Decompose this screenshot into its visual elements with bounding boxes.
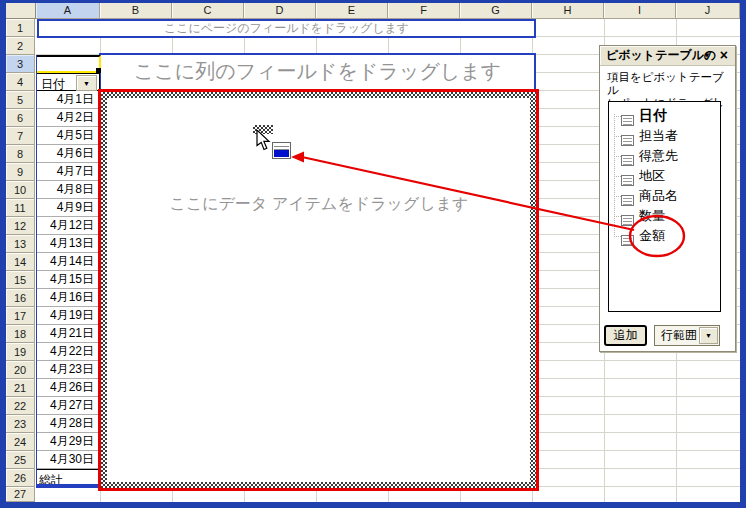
row-header-14[interactable]: 14 [6,253,35,271]
tree-stub [614,156,621,157]
row-header-21[interactable]: 21 [6,379,35,397]
close-icon[interactable]: × [720,47,728,63]
row-header-12[interactable]: 12 [6,217,35,235]
pivot-row-item-cell[interactable]: 4月26日 [36,379,100,397]
panel-title: ピボットテーブルの [606,47,716,64]
row-header-18[interactable]: 18 [6,325,35,343]
row-header-1[interactable]: 1 [6,19,35,37]
pivot-row-item-cell[interactable]: 4月23日 [36,361,100,379]
row-header-2[interactable]: 2 [6,37,35,55]
column-header-h[interactable]: H [532,2,604,19]
row-header-13[interactable]: 13 [6,235,35,253]
column-header-strip: ABCDEFGHIJ [36,2,740,19]
pivot-row-item-cell[interactable]: 4月16日 [36,289,100,307]
pivot-bottom-border [36,484,100,488]
data-area-prompt: ここにデータ アイテムをドラッグします [107,194,531,215]
column-header-g[interactable]: G [460,2,532,19]
field-icon [621,235,634,246]
row-header-9[interactable]: 9 [6,163,35,181]
pivot-row-item-cell[interactable]: 4月2日 [36,109,100,127]
window-border-top [0,0,746,3]
row-header-5[interactable]: 5 [6,91,35,109]
field-icon [621,115,634,126]
row-header-23[interactable]: 23 [6,415,35,433]
column-header-a[interactable]: A [36,2,100,19]
pivot-row-item-cell[interactable]: 4月28日 [36,415,100,433]
area-select-dropdown[interactable]: 行範囲 ▼ [654,325,720,346]
field-list-box: 日付担当者得意先地区商品名数量金額 [608,101,721,312]
field-label: 数量 [639,206,665,226]
active-cell-a3[interactable] [37,55,101,73]
pivot-row-item-cell[interactable]: 4月19日 [36,307,100,325]
panel-instructions-line1: 項目をピボットテーブル [607,71,735,97]
row-header-19[interactable]: 19 [6,343,35,361]
area-select-chevron-button[interactable]: ▼ [699,327,718,344]
row-header-8[interactable]: 8 [6,145,35,163]
row-header-26[interactable]: 26 [6,469,35,487]
field-list-item-4[interactable]: 地区 [609,166,720,186]
column-header-j[interactable]: J [676,2,740,19]
panel-menu-chevron-icon[interactable]: ▼ [703,51,711,60]
row-header-6[interactable]: 6 [6,109,35,127]
row-field-header-cell[interactable]: 日付 ▼ [36,73,100,91]
field-list-item-2[interactable]: 担当者 [609,126,720,146]
pivot-row-item-cell[interactable]: 4月8日 [36,181,100,199]
pivot-row-item-cell[interactable]: 4月6日 [36,145,100,163]
row-header-15[interactable]: 15 [6,271,35,289]
window-border-left [0,0,6,508]
row-header-22[interactable]: 22 [6,397,35,415]
row-header-27[interactable]: 27 [6,487,35,502]
panel-title-bar[interactable]: ピボットテーブルの ▼ × [600,46,735,66]
row-header-10[interactable]: 10 [6,181,35,199]
column-header-e[interactable]: E [316,2,388,19]
add-button[interactable]: 追加 [604,325,647,346]
row-header-24[interactable]: 24 [6,433,35,451]
row-header-3[interactable]: 3 [6,55,35,73]
select-all-corner[interactable] [6,2,36,19]
row-header-strip: 1234567891011121314151617181920212223242… [6,19,36,502]
pivot-row-item-cell[interactable]: 4月15日 [36,271,100,289]
row-header-7[interactable]: 7 [6,127,35,145]
chevron-down-icon: ▼ [705,332,712,339]
page-field-drop-area[interactable]: ここにページのフィールドをドラッグします [37,19,536,38]
pivot-row-item-cell[interactable]: 4月13日 [36,235,100,253]
row-header-17[interactable]: 17 [6,307,35,325]
pivot-row-item-cell[interactable]: 4月1日 [36,91,100,109]
page-area-prompt: ここにページのフィールドをドラッグします [39,21,534,36]
field-icon [621,175,634,186]
pivot-row-item-cell[interactable]: 4月21日 [36,325,100,343]
column-header-f[interactable]: F [388,2,460,19]
column-field-drop-area[interactable]: ここに列のフィールドをドラッグします [99,53,536,91]
window-border-bottom [0,502,746,508]
row-header-25[interactable]: 25 [6,451,35,469]
row-header-20[interactable]: 20 [6,361,35,379]
field-list-item-3[interactable]: 得意先 [609,146,720,166]
row-header-16[interactable]: 16 [6,289,35,307]
tree-stub [614,236,621,237]
field-icon [621,135,634,146]
field-list-item-6[interactable]: 数量 [609,206,720,226]
row-header-4[interactable]: 4 [6,73,35,91]
window-border-right [740,0,746,508]
field-list-item-5[interactable]: 商品名 [609,186,720,206]
field-filter-dropdown-button[interactable]: ▼ [76,75,97,91]
column-header-c[interactable]: C [172,2,244,19]
data-items-drop-area[interactable] [98,89,539,491]
column-header-d[interactable]: D [244,2,316,19]
column-header-i[interactable]: I [604,2,676,19]
pivot-row-item-cell[interactable]: 4月12日 [36,217,100,235]
column-header-b[interactable]: B [100,2,172,19]
row-header-11[interactable]: 11 [6,199,35,217]
pivot-row-item-cell[interactable]: 4月27日 [36,397,100,415]
pivot-field-list-panel: ピボットテーブルの ▼ × 項目をピボットテーブル レポートにドラッグします 日… [599,45,736,352]
pivot-row-item-cell[interactable]: 4月7日 [36,163,100,181]
pivot-row-item-cell[interactable]: 4月9日 [36,199,100,217]
field-list-item-1[interactable]: 日付 [609,106,720,126]
pivot-row-item-cell[interactable]: 4月5日 [36,127,100,145]
pivot-row-item-cell[interactable]: 4月29日 [36,433,100,451]
field-list-item-7[interactable]: 金額 [609,226,720,246]
pivot-left-border [36,55,37,488]
pivot-row-item-cell[interactable]: 4月14日 [36,253,100,271]
pivot-row-item-cell[interactable]: 4月30日 [36,451,100,469]
pivot-row-item-cell[interactable]: 4月22日 [36,343,100,361]
